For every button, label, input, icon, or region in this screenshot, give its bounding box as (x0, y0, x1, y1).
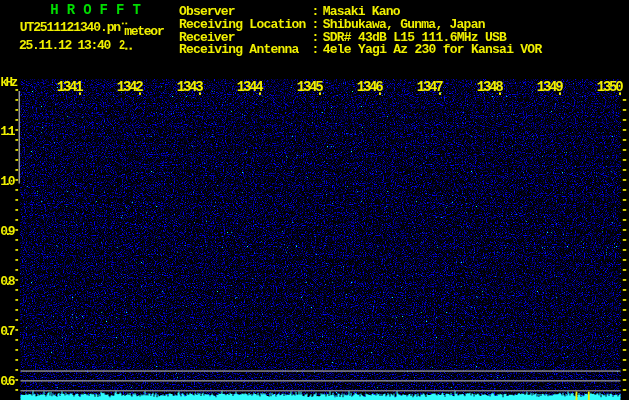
svg-text:25.11.12 13:40: 25.11.12 13:40 (19, 38, 111, 53)
svg-text:1.1: 1.1 (0, 124, 15, 139)
svg-text:UT2511121340.png: UT2511121340.png (20, 20, 128, 35)
svg-text:Receiving Antenna: Receiving Antenna (179, 42, 300, 57)
svg-text:4ele Yagi Az 230 for Kansai VO: 4ele Yagi Az 230 for Kansai VOR (323, 42, 543, 57)
svg-text:meteor: meteor (124, 24, 165, 39)
svg-text:H R O F F T: H R O F F T (50, 2, 141, 18)
svg-text:1.0: 1.0 (0, 174, 15, 189)
svg-text:kHz: kHz (0, 76, 18, 90)
svg-text:2: 2 (119, 38, 125, 53)
svg-text:0.9: 0.9 (0, 224, 15, 239)
svg-text:0.8: 0.8 (0, 274, 15, 289)
svg-text:0.7: 0.7 (0, 324, 15, 339)
svg-text:0.6: 0.6 (0, 374, 15, 389)
svg-text::: : (312, 42, 320, 57)
